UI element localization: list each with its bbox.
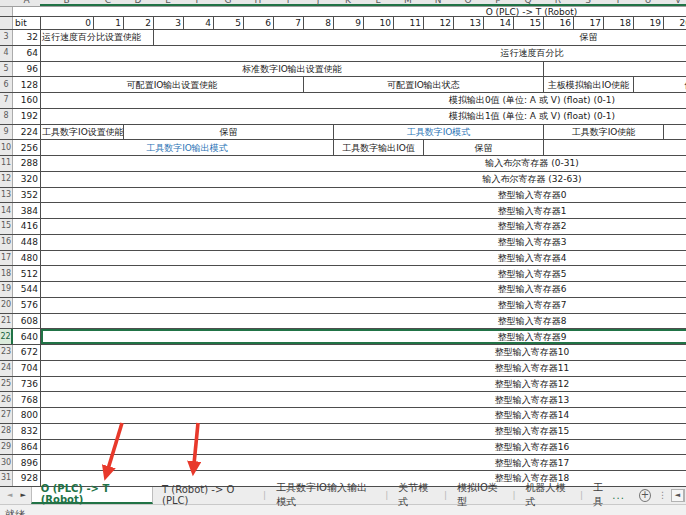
cell-r10-b9[interactable]: 工具数字输出IO值 — [333, 140, 423, 155]
row-header-15[interactable]: 15 — [0, 219, 13, 234]
bit-cell-7[interactable]: 7 — [273, 17, 303, 29]
cell-A17[interactable]: 480 — [13, 251, 40, 266]
column-header-M[interactable]: M — [404, 0, 412, 5]
column-header-I[interactable]: I — [287, 0, 290, 5]
column-header-U[interactable]: U — [645, 0, 652, 5]
cell-A20[interactable]: 576 — [13, 298, 40, 313]
cell-r12-b0[interactable]: 输入布尔寄存器 (32-63) — [40, 172, 686, 187]
cell-r10-b0[interactable]: 工具数字IO输出模式 — [40, 140, 333, 155]
tab-6[interactable]: 机器人模式 — [516, 487, 579, 504]
column-header-O[interactable]: O — [464, 0, 471, 5]
cell-r22-b0[interactable]: 整型输入寄存器9 — [40, 329, 686, 344]
horizontal-scrollbar[interactable]: ◄ — [671, 489, 685, 502]
row-header-29[interactable]: 29 — [0, 440, 13, 455]
row-header-26[interactable]: 26 — [0, 392, 13, 407]
cell-r16-b0[interactable]: 整型输入寄存器3 — [40, 235, 686, 250]
row-header-31[interactable]: 31 — [0, 471, 13, 486]
cell-r15-b0[interactable]: 整型输入寄存器2 — [40, 219, 686, 234]
cell-A18[interactable]: 512 — [13, 266, 40, 281]
cell-r9-b16[interactable]: 工具数字IO使能 — [543, 125, 663, 140]
row-header-3[interactable]: 3 — [0, 30, 13, 45]
cell-A26[interactable]: 768 — [13, 392, 40, 407]
row-header-19[interactable]: 19 — [0, 282, 13, 297]
tab-4[interactable]: 关节模式 — [389, 487, 443, 504]
column-header-C[interactable]: C — [105, 0, 111, 5]
cell-A24[interactable]: 704 — [13, 361, 40, 376]
cell-r10-b16[interactable] — [543, 140, 686, 155]
tab-nav-next-icon[interactable]: ► — [20, 491, 25, 499]
column-header-R[interactable]: R — [555, 0, 561, 5]
column-header-G[interactable]: G — [225, 0, 232, 5]
tab-2[interactable]: T (Robot) -> O (PLC) — [153, 487, 262, 504]
bit-cell-14[interactable]: 14 — [483, 17, 513, 29]
cell-A29[interactable]: 864 — [13, 440, 40, 455]
row-header-18[interactable]: 18 — [0, 266, 13, 281]
cell-r6-b0[interactable]: 可配置IO输出设置使能 — [40, 77, 303, 92]
bit-cell-0[interactable]: 0 — [40, 17, 93, 29]
bit-cell-3[interactable]: 3 — [153, 17, 183, 29]
column-header-F[interactable]: F — [195, 0, 200, 5]
cell-A30[interactable]: 896 — [13, 455, 40, 470]
row-header-13[interactable]: 13 — [0, 188, 13, 203]
cell-A27[interactable]: 800 — [13, 408, 40, 423]
cell-r25-b0[interactable]: 整型输入寄存器12 — [40, 377, 686, 392]
cell-A9[interactable]: 224 — [13, 125, 40, 140]
column-header-P[interactable]: P — [495, 0, 500, 5]
row-header-6[interactable]: 6 — [0, 77, 13, 92]
row-header-16[interactable]: 16 — [0, 235, 13, 250]
row-header-11[interactable]: 11 — [0, 156, 13, 171]
cell-r20-b0[interactable]: 整型输入寄存器7 — [40, 298, 686, 313]
sheet-title-cell[interactable]: O (PLC) -> T (Robot) — [40, 7, 686, 16]
cell-r27-b0[interactable]: 整型输入寄存器14 — [40, 408, 686, 423]
cell-A13[interactable]: 352 — [13, 188, 40, 203]
cell-r13-b0[interactable]: 整型输入寄存器0 — [40, 188, 686, 203]
row-header-8[interactable]: 8 — [0, 109, 13, 124]
cell-r19-b0[interactable]: 整型输入寄存器6 — [40, 282, 686, 297]
cell-A28[interactable]: 832 — [13, 424, 40, 439]
row-header-23[interactable]: 23 — [0, 345, 13, 360]
cell-r30-b0[interactable]: 整型输入寄存器17 — [40, 455, 686, 470]
bit-label-cell[interactable]: bit — [13, 17, 40, 29]
cell-r9-b0[interactable]: 工具数字IO设置使能 — [40, 125, 123, 140]
cell-r24-b0[interactable]: 整型输入寄存器11 — [40, 361, 686, 376]
row-header-22[interactable]: 22 — [0, 329, 13, 344]
cell-r23-b0[interactable]: 整型输入寄存器10 — [40, 345, 686, 360]
cell-r9-b9[interactable]: 工具数字IO模式 — [333, 125, 543, 140]
row-header-20[interactable]: 20 — [0, 298, 13, 313]
bit-cell-10[interactable]: 10 — [363, 17, 393, 29]
row-header-10[interactable]: 10 — [0, 140, 13, 155]
cell-r28-b0[interactable]: 整型输入寄存器15 — [40, 424, 686, 439]
row-header-30[interactable]: 30 — [0, 455, 13, 470]
column-header-N[interactable]: N — [435, 0, 442, 5]
row-header-7[interactable]: 7 — [0, 93, 13, 108]
cell-r5-b16[interactable] — [543, 62, 686, 77]
cell-A3[interactable]: 32 — [13, 30, 40, 45]
bit-cell-4[interactable]: 4 — [183, 17, 213, 29]
cell-A14[interactable]: 384 — [13, 203, 40, 218]
row-header-12[interactable]: 12 — [0, 172, 13, 187]
column-header-strip[interactable]: ABCDEFGHIJKLMNOPQRSTUV — [0, 0, 686, 7]
cell-A5[interactable]: 96 — [13, 62, 40, 77]
cell-r26-b0[interactable]: 整型输入寄存器13 — [40, 392, 686, 407]
tab-overflow-dots-icon[interactable]: ⋮ — [658, 490, 667, 500]
bit-cell-5[interactable]: 5 — [213, 17, 243, 29]
tab-3[interactable]: 工具数字IO输入输出模式 — [267, 487, 384, 504]
column-header-L[interactable]: L — [375, 0, 380, 5]
column-header-D[interactable]: D — [135, 0, 142, 5]
bit-cell-9[interactable]: 9 — [333, 17, 363, 29]
scrollbar-track[interactable] — [684, 489, 685, 502]
cell-A6[interactable]: 128 — [13, 77, 40, 92]
column-header-Q[interactable]: Q — [524, 0, 531, 5]
cell-r5-b0[interactable]: 标准数字IO输出设置使能 — [40, 62, 543, 77]
cell-r14-b0[interactable]: 整型输入寄存器1 — [40, 203, 686, 218]
cell-A22[interactable]: 640 — [13, 329, 40, 344]
cell-r17-b0[interactable]: 整型输入寄存器4 — [40, 251, 686, 266]
cell-r7-b0[interactable]: 模拟输出0值 (单位: A 或 V) (float) (0-1) — [40, 93, 686, 108]
tab-1[interactable]: O (PLC) -> T (Robot) — [31, 487, 153, 504]
cell-A8[interactable]: 192 — [13, 109, 40, 124]
cell-A25[interactable]: 736 — [13, 377, 40, 392]
tab-5[interactable]: 模拟IO类型 — [448, 487, 511, 504]
cell-r4-b0[interactable]: 运行速度百分比 — [40, 46, 686, 61]
cell-r10-b12[interactable]: 保留 — [423, 140, 543, 155]
cell-r8-b0[interactable]: 模拟输出1值 (单位: A 或 V) (float) (0-1) — [40, 109, 686, 124]
